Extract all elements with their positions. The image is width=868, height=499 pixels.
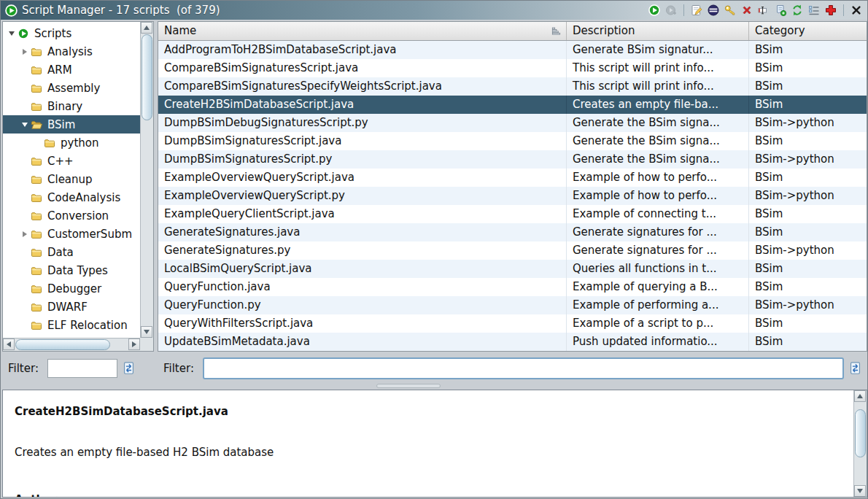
table-row-comparebsimsignaturesspecifyweightsscript-java[interactable]: CompareBSimSignaturesSpecifyWeightsScrip… [158, 77, 867, 96]
splitter-grip[interactable] [376, 384, 441, 388]
expand-expander-icon[interactable] [19, 231, 30, 237]
tree-item-scripts[interactable]: Scripts [3, 24, 140, 42]
tree-item-codeanalysis[interactable]: CodeAnalysis [3, 188, 140, 206]
table-row-exampleoverviewqueryscript-java[interactable]: ExampleOverviewQueryScript.javaExample o… [158, 169, 867, 187]
tree-item-label: DWARF [47, 301, 88, 314]
folder-closed-icon [31, 46, 44, 58]
table-row-queryfunction-java[interactable]: QueryFunction.javaExample of querying a … [158, 278, 867, 296]
key-binding-icon[interactable] [724, 4, 737, 17]
tree-item-conversion[interactable]: Conversion [3, 206, 140, 225]
tree-item-analysis[interactable]: Analysis [3, 42, 140, 61]
table-row-generatesignatures-py[interactable]: GenerateSignatures.pyGenerate signatures… [158, 241, 867, 260]
tree-filter-input[interactable] [47, 359, 117, 378]
tree-item-python[interactable]: python [3, 134, 140, 152]
scroll-up-button[interactable] [141, 22, 152, 34]
cell-description: Generate BSim signatur... [567, 41, 749, 59]
rerun-last-script-icon [664, 4, 678, 17]
cell-name: QueryWithFiltersScript.java [158, 314, 567, 333]
script-manager-window: Script Manager - 17 scripts (of 379) Scr… [0, 0, 868, 499]
table-row-examplequeryclientscript-java[interactable]: ExampleQueryClientScript.javaExample of … [158, 205, 867, 223]
table-row-createh2bsimdatabasescript-java[interactable]: CreateH2BSimDatabaseScript.javaCreates a… [158, 96, 867, 114]
tree-item-c[interactable]: C++ [3, 152, 140, 170]
table-filter-bar: Filter: [158, 355, 867, 382]
table-row-querywithfiltersscript-java[interactable]: QueryWithFiltersScript.javaExample of a … [158, 314, 867, 333]
tree-item-data-types[interactable]: Data Types [3, 261, 140, 279]
scroll-left-button[interactable] [3, 339, 15, 350]
table-row-updatebsimmetadata-java[interactable]: UpdateBSimMetadata.javaPush updated info… [158, 333, 867, 351]
scroll-right-button[interactable] [128, 339, 140, 350]
tree-item-assembly[interactable]: Assembly [3, 79, 140, 97]
tree-item-customersubm[interactable]: CustomerSubm [3, 225, 140, 243]
cell-name: CreateH2BSimDatabaseScript.java [158, 96, 567, 114]
cell-name: GenerateSignatures.py [158, 241, 567, 260]
tree-vscroll-thumb[interactable] [142, 34, 152, 120]
column-header-description[interactable]: Description [567, 22, 749, 40]
column-header-label: Name [164, 24, 196, 37]
details-vscroll-thumb[interactable] [855, 409, 866, 457]
scroll-up-button[interactable] [854, 390, 866, 402]
script-category-tree: ScriptsAnalysisARMAssemblyBinaryBSimpyth… [3, 22, 140, 338]
refresh-icon[interactable] [791, 4, 804, 17]
folder-closed-icon [31, 64, 44, 76]
table-row-dumpbsimsignaturesscript-py[interactable]: DumpBSimSignaturesScript.pyGenerate the … [158, 150, 867, 169]
cell-name: QueryFunction.java [158, 278, 567, 296]
tree-item-cleanup[interactable]: Cleanup [3, 170, 140, 188]
rename-script-icon[interactable] [757, 4, 770, 17]
cell-name: CompareBSimSignaturesScript.java [158, 59, 567, 77]
table-row-queryfunction-py[interactable]: QueryFunction.pyExample of performing a.… [158, 296, 867, 314]
collapse-expander-icon[interactable] [6, 31, 17, 36]
filter-options-icon[interactable] [122, 361, 136, 376]
tree-item-debugger[interactable]: Debugger [3, 279, 140, 298]
eclipse-icon[interactable] [707, 4, 720, 17]
delete-script-icon[interactable] [740, 4, 753, 17]
script-table-panel: Name Description Category AddProgramToH2… [158, 21, 867, 352]
script-manager-icon [5, 4, 18, 17]
table-row-dumpbsimsignaturesscript-java[interactable]: DumpBSimSignaturesScript.javaGenerate th… [158, 132, 867, 150]
cell-category: BSim [749, 205, 867, 223]
new-script-icon[interactable] [774, 4, 787, 17]
cell-description: Example of connecting t... [567, 205, 749, 223]
column-header-category[interactable]: Category [749, 22, 867, 40]
sort-ascending-icon [551, 26, 562, 36]
cell-description: Example of a script to p... [567, 314, 749, 333]
script-directories-icon[interactable] [807, 4, 821, 17]
close-icon[interactable] [850, 4, 863, 17]
table-row-generatesignatures-java[interactable]: GenerateSignatures.javaGenerate signatur… [158, 223, 867, 241]
table-filter-input[interactable] [203, 357, 844, 379]
details-vertical-scrollbar[interactable] [853, 390, 867, 497]
cell-category: BSim [749, 59, 867, 77]
run-script-icon[interactable] [648, 4, 661, 17]
tree-vertical-scrollbar[interactable] [140, 22, 153, 338]
cell-category: BSim->python [749, 296, 867, 314]
filter-options-icon[interactable] [848, 361, 863, 376]
table-row-dumpbsimdebugsignaturesscript-py[interactable]: DumpBSimDebugSignaturesScript.pyGenerate… [158, 114, 867, 132]
tree-item-data[interactable]: Data [3, 243, 140, 261]
edit-script-icon[interactable] [690, 4, 703, 17]
script-description-panel: CreateH2BSimDatabaseScript.java Creates … [2, 390, 867, 498]
table-row-exampleoverviewqueryscript-py[interactable]: ExampleOverviewQueryScript.pyExample of … [158, 187, 867, 205]
tree-item-binary[interactable]: Binary [3, 97, 140, 115]
tree-item-arm[interactable]: ARM [3, 61, 140, 79]
scroll-down-button[interactable] [854, 485, 866, 497]
tree-item-bsim[interactable]: BSim [3, 115, 140, 134]
table-row-addprogramtoh2bsimdatabasescript-java[interactable]: AddProgramToH2BSimDatabaseScript.javaGen… [158, 41, 867, 59]
cell-name: DumpBSimSignaturesScript.java [158, 132, 567, 150]
folder-closed-icon [31, 247, 44, 258]
cell-category: BSim [749, 333, 867, 351]
folder-closed-icon [31, 265, 44, 276]
table-row-comparebsimsignaturesscript-java[interactable]: CompareBSimSignaturesScript.javaThis scr… [158, 59, 867, 77]
tree-hscroll-thumb[interactable] [15, 339, 110, 350]
tree-item-label: ARM [47, 63, 72, 77]
collapse-expander-icon[interactable] [19, 123, 30, 127]
tree-horizontal-scrollbar[interactable] [3, 338, 140, 351]
scroll-down-button[interactable] [141, 326, 152, 338]
tree-item-elf-relocation[interactable]: ELF Relocation [3, 316, 140, 334]
folder-closed-icon [31, 210, 44, 222]
expand-expander-icon[interactable] [19, 49, 30, 55]
cell-name: UpdateBSimMetadata.java [158, 333, 567, 351]
column-header-name[interactable]: Name [158, 22, 567, 40]
tree-item-dwarf[interactable]: DWARF [3, 298, 140, 316]
table-body: AddProgramToH2BSimDatabaseScript.javaGen… [158, 41, 867, 351]
api-help-icon[interactable] [824, 4, 837, 17]
table-row-localbsimqueryscript-java[interactable]: LocalBSimQueryScript.javaQueries all fun… [158, 260, 867, 278]
